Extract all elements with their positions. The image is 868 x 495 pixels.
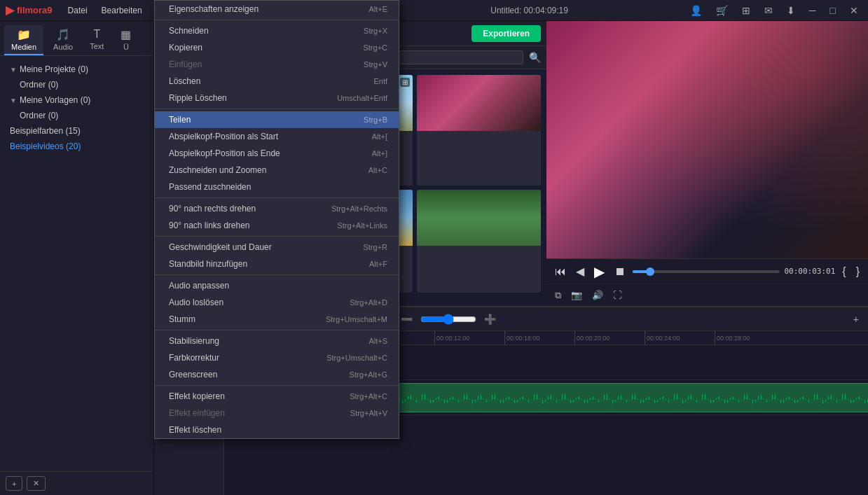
ctx-teilen[interactable]: Teilen Strg+B [155,111,399,128]
windows-icon[interactable]: ⊞ [738,4,755,18]
window-title: Untitled: 00:04:09:19 [373,6,686,15]
ctx-label: Eigenschaften anzeigen [169,4,259,14]
ctx-greenscreen[interactable]: Greenscreen Strg+Alt+G [155,366,399,383]
ctx-shortcut: Alt+F [369,260,387,268]
add-folder-button[interactable]: + [6,476,22,491]
stop-button[interactable]: ⏹ [612,264,628,279]
main-area: 📁 Medien 🎵 Audio T Text ▦ Ü ▼ Meine Proj… [0,21,868,495]
mark-out-button[interactable]: } [853,264,862,279]
medien-icon: 📁 [17,28,31,41]
ctx-abspielkopf-start[interactable]: Abspielkopf-Position als Start Alt+[ [155,128,399,145]
export-button[interactable]: Exportieren [471,25,541,42]
menu-datei[interactable]: Datei [61,3,95,18]
ctx-schneiden[interactable]: Schneiden Strg+X [155,22,399,39]
sidebar-label: Meine Vorlagen (0) [20,95,90,105]
ctx-audio-loesloesen[interactable]: Audio loslösen Strg+Alt+D [155,294,399,311]
cart-icon[interactable]: 🛒 [712,4,732,18]
ctx-label: Effekt löschen [169,425,221,435]
audio-icon: 🎵 [56,28,70,41]
play-button[interactable]: ▶ [591,262,607,281]
ctx-farbkorrektur[interactable]: Farbkorrektur Strg+Umschalt+C [155,349,399,366]
preview-overlay [546,21,868,258]
ctx-sep-1 [155,20,399,20]
zoom-slider[interactable] [420,314,476,325]
ctx-shortcut: Umschalt+Entf [337,94,387,102]
add-track-button[interactable]: + [850,312,862,326]
ctx-shortcut: Entf [373,77,387,85]
ctx-links-drehen[interactable]: 90° nach links drehen Strg+Alt+Links [155,217,399,234]
pip-button[interactable]: ⧉ [552,288,564,302]
titlebar: ▶ filmora9 Datei Bearbeiten Untitled: 00… [0,0,868,21]
ctx-shortcut: Strg+Umschalt+M [326,315,387,323]
ctx-sep-2 [155,109,399,109]
ctx-shortcut: Alt+E [368,5,387,13]
ctx-zuschneiden-zoomen[interactable]: Zuschneiden und Zoomen Alt+C [155,162,399,179]
sidebar-label: Beispielvideos (20) [10,141,81,151]
media-thumb-3[interactable] [417,75,541,186]
ctx-label: Standbild hinzufügen [169,259,247,269]
tab-audio[interactable]: 🎵 Audio [46,25,80,55]
close-btn[interactable]: ✕ [846,4,862,18]
sidebar-item-meine-projekte[interactable]: ▼ Meine Projekte (0) [6,62,148,77]
snapshot-button[interactable]: 📷 [568,288,585,302]
tab-uebergaenge-label: Ü [123,43,129,51]
ctx-shortcut: Alt+S [368,337,387,345]
ctx-ripple-loeschen[interactable]: Ripple Löschen Umschalt+Entf [155,90,399,106]
ctx-effekt-kopieren[interactable]: Effekt kopieren Strg+Alt+C [155,388,399,405]
app-name: filmora9 [17,5,53,15]
preview-panel: ⏮ ◀ ▶ ⏹ 00:00:03:01 { } ⧉ 📷 🔊 ⛶ [546,21,868,306]
mark-in-button[interactable]: { [839,264,848,279]
tab-text[interactable]: T Text [83,25,111,55]
profile-icon[interactable]: 👤 [686,4,706,18]
ctx-geschwindigkeit[interactable]: Geschwindigkeit und Dauer Strg+R [155,239,399,256]
zoom-in-button[interactable]: ➕ [481,312,500,326]
prev-frame-button[interactable]: ◀ [573,263,587,279]
mail-icon[interactable]: ✉ [760,4,777,18]
ctx-standbild[interactable]: Standbild hinzufügen Alt+F [155,256,399,272]
ctx-effekt-einfuegen: Effekt einfügen Strg+Alt+V [155,405,399,421]
tab-medien-label: Medien [11,43,36,51]
ctx-shortcut: Strg+Alt+Rechts [331,204,387,213]
maximize-btn[interactable]: □ [826,4,840,18]
sidebar-item-meine-vorlagen[interactable]: ▼ Meine Vorlagen (0) [6,92,148,108]
ctx-shortcut: Strg+Umschalt+C [326,354,387,362]
ctx-audio-anpassen[interactable]: Audio anpassen [155,277,399,294]
sidebar-label: Meine Projekte (0) [20,64,88,74]
ctx-stabilisierung[interactable]: Stabilisierung Alt+S [155,333,399,349]
preview-area [546,21,868,258]
ctx-label: 90° nach links drehen [169,221,250,230]
sidebar-label: Beispielfarben (15) [10,126,81,136]
ctx-label: Audio anpassen [169,281,229,291]
expand-icon: ▼ [10,66,17,74]
ctx-rechts-drehen[interactable]: 90° nach rechts drehen Strg+Alt+Rechts [155,200,399,217]
download-icon[interactable]: ⬇ [783,4,799,18]
ruler-mark-5: 00:00:20:00 [574,331,610,344]
ctx-effekt-loeschen[interactable]: Effekt löschen [155,421,399,438]
ctx-loeschen[interactable]: Löschen Entf [155,73,399,90]
ctx-abspielkopf-ende[interactable]: Abspielkopf-Position als Ende Alt+] [155,145,399,162]
sidebar-item-beispielfarben[interactable]: Beispielfarben (15) [6,123,148,139]
ctx-stumm[interactable]: Stumm Strg+Umschalt+M [155,311,399,328]
tab-uebergaenge[interactable]: ▦ Ü [113,25,138,55]
fullscreen-button[interactable]: ⛶ [610,288,625,302]
skip-back-button[interactable]: ⏮ [552,264,569,279]
remove-item-button[interactable]: ✕ [27,476,46,491]
zoom-out-button[interactable]: ➖ [397,312,416,326]
search-icon[interactable]: 🔍 [529,52,541,63]
thumb-label-3 [417,131,541,135]
sidebar-item-ordner-1[interactable]: Ordner (0) [6,77,148,92]
tab-medien[interactable]: 📁 Medien [4,25,43,55]
ctx-shortcut: Alt+[ [372,132,387,141]
ctx-eigenschaften[interactable]: Eigenschaften anzeigen Alt+E [155,1,399,18]
sidebar-label: Ordner (0) [20,80,58,90]
sidebar-item-beispielvideos[interactable]: Beispielvideos (20) [6,139,148,154]
ctx-passend-zuschneiden[interactable]: Passend zuschneiden [155,179,399,195]
volume-button[interactable]: 🔊 [589,288,606,302]
progress-bar[interactable] [633,270,780,273]
ctx-shortcut: Strg+Alt+G [350,370,387,379]
menu-bearbeiten[interactable]: Bearbeiten [95,3,149,18]
sidebar-item-ordner-2[interactable]: Ordner (0) [6,108,148,123]
ctx-kopieren[interactable]: Kopieren Strg+C [155,39,399,56]
minimize-btn[interactable]: ─ [805,4,820,18]
media-thumb-6[interactable] [417,190,541,293]
